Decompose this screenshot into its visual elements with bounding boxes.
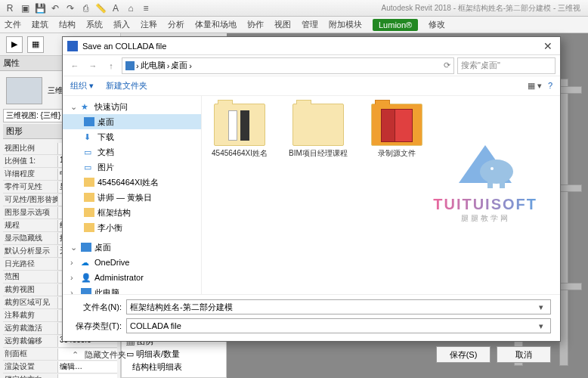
- watermark-sub: 腿腿教学网: [433, 213, 537, 224]
- side-dl[interactable]: 下载: [97, 132, 114, 143]
- dialog-icon: [67, 41, 78, 51]
- tab-file[interactable]: 文件: [5, 19, 21, 30]
- print-icon[interactable]: ⎙: [79, 2, 92, 15]
- tab-arch[interactable]: 建筑: [32, 19, 48, 30]
- chevron-up-icon[interactable]: ⌃: [72, 350, 79, 360]
- tab-modify[interactable]: 修改: [429, 19, 445, 30]
- cancel-button[interactable]: 取消: [497, 346, 551, 363]
- redo-icon[interactable]: ↷: [63, 2, 77, 15]
- crumb-desk[interactable]: 桌面: [171, 60, 187, 71]
- desktop-icon: [81, 243, 91, 252]
- watermark-text: TUITUISOFT: [433, 196, 537, 213]
- help-icon[interactable]: ?: [548, 81, 552, 91]
- settings-thumb[interactable]: ▦: [27, 36, 44, 53]
- side-desktop[interactable]: 桌面: [97, 116, 114, 128]
- dialog-title: Save an COLLADA file: [82, 42, 166, 51]
- side-f1[interactable]: 45456464XI姓名: [97, 177, 159, 188]
- measure-icon[interactable]: 📏: [94, 2, 107, 15]
- quick-access-icon: ★: [81, 102, 91, 111]
- side-desk2[interactable]: 桌面: [94, 242, 111, 253]
- side-f3[interactable]: 框架结构: [97, 207, 131, 218]
- save-button[interactable]: 保存(S): [436, 346, 491, 363]
- tab-view[interactable]: 视图: [274, 19, 291, 30]
- play-icon[interactable]: ▶: [6, 36, 23, 53]
- file-list[interactable]: 45456464XI姓名 BIM项目经理课程 录制源文件 TUITUISOFT …: [202, 96, 560, 294]
- tab-mass[interactable]: 体量和场地: [195, 19, 237, 30]
- svg-rect-1: [487, 178, 493, 188]
- tab-sys[interactable]: 系统: [86, 19, 103, 30]
- tab-annot[interactable]: 注释: [141, 19, 157, 30]
- side-pics[interactable]: 图片: [97, 162, 114, 173]
- crumb-pc[interactable]: 此电脑: [141, 60, 166, 71]
- pc-icon: [125, 61, 135, 70]
- tab-lumion[interactable]: Lumion®: [373, 19, 418, 31]
- side-pc[interactable]: 此电脑: [94, 287, 119, 295]
- pc-icon: [81, 288, 91, 294]
- up-icon[interactable]: ↑: [104, 58, 119, 73]
- side-f4[interactable]: 李小衡: [97, 222, 122, 234]
- pics-icon: ▭: [84, 163, 94, 172]
- fwd-icon[interactable]: →: [85, 58, 101, 73]
- watermark: TUITUISOFT 腿腿教学网: [433, 134, 537, 224]
- filetype-select[interactable]: COLLADA file▾: [126, 318, 551, 333]
- onedrive-icon: ☁: [81, 258, 91, 267]
- organize-menu[interactable]: 组织 ▾: [70, 80, 94, 91]
- filename-input[interactable]: 框架结构姓名-第二部分建模▾: [126, 299, 551, 314]
- nav-sidebar[interactable]: ⌄★快速访问 桌面 ⬇下载 ▭文档 ▭图片 45456464XI姓名 讲师 — …: [63, 96, 202, 294]
- undo-icon[interactable]: ↶: [48, 2, 62, 15]
- docs-icon: ▭: [84, 147, 94, 156]
- app-title: Autodesk Revit 2018 - 框架结构姓名-第二部分建模 - 三维…: [382, 3, 585, 14]
- close-icon[interactable]: ✕: [540, 40, 556, 52]
- tab-collab[interactable]: 协作: [247, 19, 264, 30]
- tab-struct[interactable]: 结构: [59, 19, 76, 30]
- quick-access-toolbar: R ▣ 💾 ↶ ↷ ⎙ 📏 A ⌂ ≡ Autodesk Revit 2018 …: [0, 0, 588, 17]
- side-od[interactable]: OneDrive: [94, 258, 129, 267]
- tab-addins[interactable]: 附加模块: [329, 19, 362, 30]
- breadcrumb[interactable]: › 此电脑 › 桌面 › ⟳: [122, 57, 454, 74]
- ribbon-tabs: 文件 建筑 结构 系统 插入 注释 分析 体量和场地 协作 视图 管理 附加模块…: [0, 17, 588, 33]
- folder-icon: [84, 223, 94, 232]
- save-icon[interactable]: 💾: [33, 2, 47, 15]
- filename-label: 文件名(N):: [72, 302, 122, 313]
- folder-item[interactable]: 录制源文件: [367, 104, 427, 158]
- folder-icon: [84, 208, 94, 217]
- folder-icon: [84, 193, 94, 202]
- filetype-label: 保存类型(T):: [72, 321, 122, 332]
- open-icon[interactable]: ▣: [18, 2, 32, 15]
- folder-label: 录制源文件: [367, 149, 427, 158]
- hide-folders-link[interactable]: 隐藏文件夹: [85, 349, 126, 361]
- save-dialog: Save an COLLADA file ✕ ← → ↑ › 此电脑 › 桌面 …: [62, 36, 561, 342]
- svg-point-3: [491, 167, 494, 170]
- side-quick[interactable]: 快速访问: [94, 101, 128, 113]
- desktop-icon: [84, 117, 94, 126]
- align-icon[interactable]: ≡: [139, 2, 153, 15]
- prop-row[interactable]: 锁定的方向: [3, 373, 117, 378]
- app-icon[interactable]: R: [3, 2, 17, 15]
- new-folder-button[interactable]: 新建文件夹: [106, 80, 147, 91]
- download-icon: ⬇: [84, 132, 94, 141]
- search-input[interactable]: 搜索"桌面": [457, 57, 556, 74]
- folder-item[interactable]: BIM项目经理课程: [288, 104, 348, 158]
- back-icon[interactable]: ←: [67, 58, 82, 73]
- tab-analyze[interactable]: 分析: [168, 19, 184, 30]
- side-f2[interactable]: 讲师 — 黄焕日: [97, 192, 152, 203]
- side-docs[interactable]: 文档: [97, 147, 114, 158]
- view-type-icon: [6, 77, 42, 104]
- folder-label: 45456464XI姓名: [209, 149, 270, 158]
- svg-point-0: [480, 160, 513, 184]
- text-icon[interactable]: A: [109, 2, 122, 15]
- user-icon: 👤: [81, 273, 91, 282]
- folder-item[interactable]: 45456464XI姓名: [209, 104, 270, 158]
- svg-rect-2: [500, 178, 505, 188]
- side-admin[interactable]: Administrator: [94, 273, 144, 282]
- home-icon[interactable]: ⌂: [124, 2, 138, 15]
- folder-icon: [84, 178, 94, 187]
- folder-label: BIM项目经理课程: [288, 149, 348, 158]
- view-mode-icon[interactable]: ▦ ▾: [528, 81, 542, 91]
- tab-insert[interactable]: 插入: [113, 19, 130, 30]
- tab-manage[interactable]: 管理: [302, 19, 318, 30]
